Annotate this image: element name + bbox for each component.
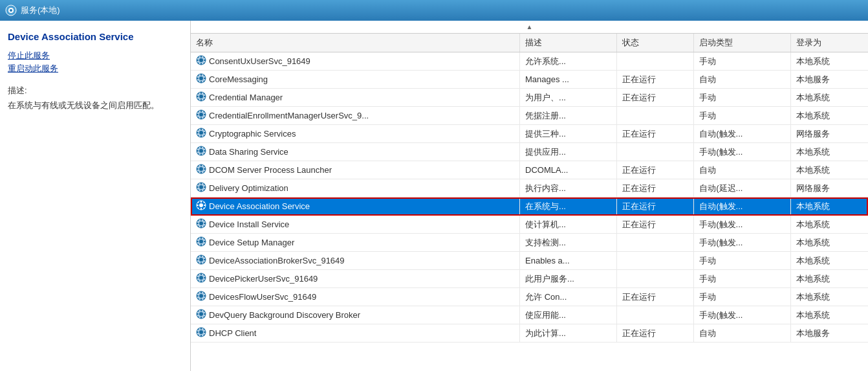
svg-rect-146	[201, 317, 202, 319]
col-header-name[interactable]: 名称	[191, 34, 520, 52]
gear-icon	[196, 146, 206, 158]
svg-rect-85	[201, 201, 202, 203]
svg-rect-65	[201, 164, 202, 166]
service-status: 正在运行	[616, 288, 694, 306]
gear-icon	[196, 218, 206, 230]
col-header-login[interactable]: 登录为	[790, 34, 868, 52]
service-status: 正在运行	[616, 161, 694, 179]
service-startup: 手动(触发...	[694, 234, 791, 252]
service-status: 正在运行	[616, 216, 694, 234]
table-row[interactable]: CoreMessaging Manages ...正在运行自动本地服务	[191, 71, 868, 89]
service-login: 本地系统	[790, 270, 868, 288]
gear-icon	[196, 55, 206, 67]
table-row[interactable]: ConsentUxUserSvc_91649 允许系统...手动本地系统	[191, 52, 868, 71]
svg-rect-78	[204, 186, 206, 188]
table-row[interactable]: DevQuery Background Discovery Broker 使应用…	[191, 306, 868, 324]
svg-rect-117	[197, 259, 199, 260]
svg-rect-28	[204, 96, 206, 97]
restart-suffix: 此服务	[33, 63, 58, 73]
service-desc: 凭据注册...	[520, 107, 617, 125]
svg-rect-145	[201, 309, 202, 311]
svg-point-24	[199, 95, 203, 98]
table-row[interactable]: DeviceAssociationBrokerSvc_91649 Enables…	[191, 252, 868, 270]
svg-point-114	[199, 258, 203, 262]
desc-label: 描述:	[8, 85, 182, 96]
svg-rect-97	[197, 223, 199, 224]
svg-rect-25	[201, 92, 202, 94]
svg-rect-148	[204, 313, 206, 315]
svg-rect-137	[197, 295, 199, 297]
svg-rect-147	[197, 313, 199, 315]
service-status: 正在运行	[616, 324, 694, 343]
title-bar: 服务(本地)	[0, 0, 868, 21]
stop-link[interactable]: 停止此服务	[8, 50, 182, 62]
service-status	[616, 270, 694, 288]
table-row[interactable]: Device Install Service 使计算机...正在运行手动(触发.…	[191, 216, 868, 234]
service-name: DevQuery Background Discovery Broker	[209, 310, 360, 320]
svg-rect-58	[204, 150, 206, 152]
svg-point-44	[199, 131, 203, 135]
service-startup: 手动	[694, 270, 791, 288]
service-login: 本地系统	[790, 306, 868, 324]
table-row[interactable]: Cryptographic Services 提供三种...正在运行自动(触发.…	[191, 125, 868, 143]
service-startup: 手动(触发...	[694, 143, 791, 161]
left-panel-links: 停止此服务 重启动此服务	[8, 50, 182, 74]
service-name: Delivery Optimization	[209, 183, 288, 193]
service-name-cell: Delivery Optimization	[191, 179, 520, 197]
service-desc: 为用户、...	[520, 89, 617, 107]
service-startup: 手动	[694, 107, 791, 125]
service-login: 本地服务	[790, 324, 868, 343]
service-name: DevicePickerUserSvc_91649	[209, 274, 318, 284]
service-login: 网络服务	[790, 179, 868, 197]
svg-rect-155	[201, 328, 202, 330]
table-row[interactable]: Delivery Optimization 执行内容...正在运行自动(延迟..…	[191, 179, 868, 197]
table-row[interactable]: Device Setup Manager 支持检测...手动(触发...本地系统	[191, 234, 868, 252]
svg-rect-48	[204, 132, 206, 133]
table-row[interactable]: Device Association Service 在系统与...正在运行自动…	[191, 197, 868, 216]
svg-rect-26	[201, 99, 202, 101]
svg-point-94	[199, 221, 203, 225]
table-row[interactable]: DCOM Server Process Launcher DCOMLA...正在…	[191, 161, 868, 179]
service-name-cell: Device Install Service	[191, 216, 520, 234]
service-name: ConsentUxUserSvc_91649	[209, 56, 310, 66]
svg-point-64	[199, 167, 203, 171]
table-row[interactable]: DevicesFlowUserSvc_91649 允许 Con...正在运行手动…	[191, 288, 868, 306]
service-status	[616, 306, 694, 324]
svg-point-74	[199, 185, 203, 189]
right-panel[interactable]: ▲ 名称 描述 状态 启动类型 登录为 ConsentUxUserSvc_	[191, 21, 868, 371]
service-desc: 支持检测...	[520, 234, 617, 252]
col-header-desc[interactable]: 描述	[520, 34, 617, 52]
service-name: CredentialEnrollmentManagerUserSvc_9...	[209, 111, 369, 120]
service-login: 本地系统	[790, 52, 868, 71]
stop-link-text[interactable]: 停止	[8, 51, 25, 60]
svg-rect-98	[204, 223, 206, 224]
service-login: 本地服务	[790, 71, 868, 89]
svg-rect-106	[201, 244, 202, 246]
service-name-cell: DHCP Client	[191, 324, 520, 343]
left-panel: Device Association Service 停止此服务 重启动此服务 …	[0, 21, 191, 371]
gear-icon	[196, 236, 206, 249]
table-row[interactable]: DevicePickerUserSvc_91649 此用户服务...手动本地系统	[191, 270, 868, 288]
table-row[interactable]: Data Sharing Service 提供应用...手动(触发...本地系统	[191, 143, 868, 161]
svg-rect-157	[197, 332, 199, 333]
gear-icon	[196, 291, 206, 303]
table-row[interactable]: CredentialEnrollmentManagerUserSvc_9... …	[191, 107, 868, 125]
restart-link[interactable]: 重启动此服务	[8, 63, 182, 74]
service-startup: 自动	[694, 324, 791, 343]
svg-point-2	[10, 9, 12, 12]
col-header-startup[interactable]: 启动类型	[694, 34, 791, 52]
restart-link-text[interactable]: 重启动	[8, 63, 33, 73]
gear-icon	[196, 164, 206, 176]
table-row[interactable]: DHCP Client 为此计算...正在运行自动本地服务	[191, 324, 868, 343]
service-startup: 自动(触发...	[694, 197, 791, 216]
service-startup: 自动	[694, 71, 791, 89]
svg-rect-116	[201, 262, 202, 264]
service-name-cell: Device Association Service	[191, 197, 520, 216]
table-row[interactable]: Credential Manager 为用户、...正在运行手动本地系统	[191, 89, 868, 107]
col-header-status[interactable]: 状态	[616, 34, 694, 52]
service-status	[616, 107, 694, 125]
service-login: 本地系统	[790, 216, 868, 234]
svg-point-84	[199, 203, 203, 207]
service-name-cell: DCOM Server Process Launcher	[191, 161, 520, 179]
svg-rect-38	[204, 114, 206, 115]
